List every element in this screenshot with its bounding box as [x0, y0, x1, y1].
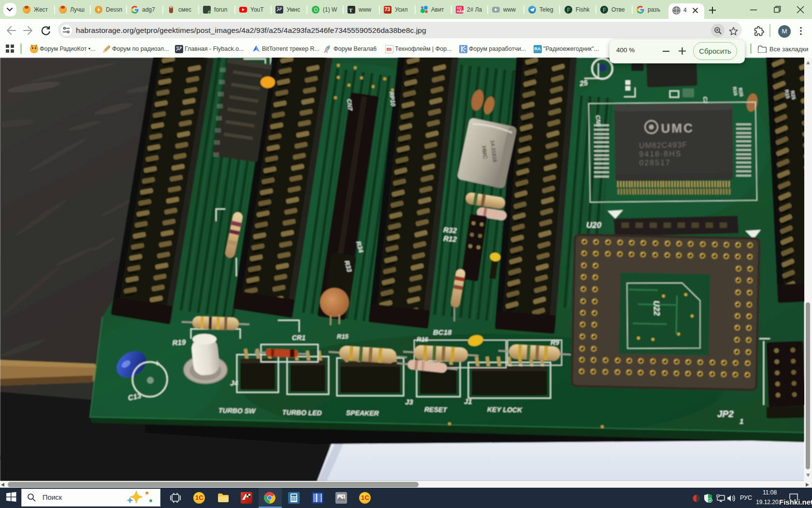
svg-text:JP2: JP2 — [717, 409, 734, 419]
svg-text:J3: J3 — [405, 398, 413, 406]
svg-text:R15: R15 — [337, 333, 349, 340]
svg-text:R32: R32 — [443, 225, 457, 235]
svg-text:BC18: BC18 — [433, 328, 452, 336]
svg-text:TURBO LED: TURBO LED — [282, 408, 322, 417]
svg-text:FLY: FLY — [176, 46, 181, 49]
svg-text:UM82C493F: UM82C493F — [639, 141, 687, 149]
svg-text:U20: U20 — [586, 221, 602, 230]
svg-text:SPEAKER: SPEAKER — [346, 409, 379, 417]
svg-text:+: + — [155, 359, 160, 368]
svg-text:J1: J1 — [464, 397, 472, 405]
svg-text:UMC: UMC — [661, 120, 694, 135]
svg-text:R9: R9 — [551, 339, 559, 346]
svg-text:R16: R16 — [417, 336, 429, 343]
svg-text:J4: J4 — [230, 379, 238, 387]
svg-text:25: 25 — [579, 78, 589, 88]
svg-text:RESET: RESET — [424, 405, 448, 414]
svg-text:FLY: FLY — [277, 6, 281, 9]
svg-text:U22: U22 — [652, 300, 661, 316]
svg-text:R19: R19 — [172, 338, 186, 347]
svg-text:CR1: CR1 — [292, 334, 305, 342]
svg-text:KEY LOCK: KEY LOCK — [487, 405, 522, 414]
svg-text:TURBO SW: TURBO SW — [218, 406, 256, 415]
svg-text:R12: R12 — [443, 234, 457, 243]
svg-text:1: 1 — [740, 417, 743, 425]
svg-text:028517: 028517 — [639, 158, 671, 167]
svg-text:9418-8HS: 9418-8HS — [639, 149, 682, 158]
